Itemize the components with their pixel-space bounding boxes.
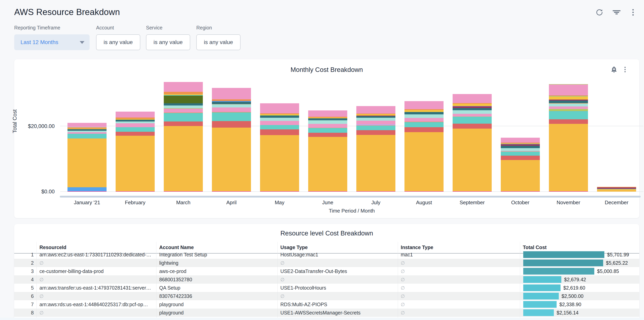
stacked-bar-march[interactable] [164, 82, 203, 192]
chart-segment-magenta[interactable] [549, 191, 588, 192]
region-filter[interactable]: is any value [196, 34, 240, 50]
chart-segment-pink[interactable] [212, 107, 251, 112]
chart-segment-pink[interactable] [116, 112, 155, 118]
chart-segment-red[interactable] [212, 121, 251, 128]
stacked-bar-december[interactable] [597, 187, 636, 192]
service-filter[interactable]: is any value [146, 34, 190, 50]
chart-segment-lightcyan[interactable] [549, 104, 588, 107]
filter-icon[interactable] [612, 8, 621, 17]
chart-segment-pink[interactable] [164, 109, 203, 113]
chart-segment-amber[interactable] [452, 129, 492, 191]
chart-segment-teal[interactable] [501, 152, 540, 156]
chart-segment-yellow[interactable] [404, 110, 444, 112]
chart-segment-amber[interactable] [356, 135, 396, 191]
chart-segment-slate[interactable] [308, 118, 347, 120]
chart-segment-amber[interactable] [68, 138, 106, 187]
chart-segment-orange[interactable] [116, 118, 155, 119]
chart-segment-pink[interactable] [549, 107, 588, 109]
chart-segment-slate[interactable] [452, 108, 492, 110]
chart-segment-red[interactable] [452, 124, 492, 129]
chart-segment-red[interactable] [308, 133, 347, 137]
chart-horizontal-scrollbar[interactable] [60, 196, 641, 198]
chart-segment-teal[interactable] [212, 112, 251, 121]
chart-segment-pink[interactable] [164, 82, 203, 92]
account-filter[interactable]: is any value [96, 34, 140, 50]
chart-segment-yellow[interactable] [452, 104, 492, 106]
stacked-bar-april[interactable] [212, 88, 251, 192]
chart-segment-lightcyan[interactable] [308, 120, 347, 124]
chart-segment-magenta[interactable] [212, 191, 251, 192]
chart-segment-amber[interactable] [308, 137, 347, 191]
chart-segment-red[interactable] [116, 132, 155, 136]
chart-segment-slate[interactable] [260, 116, 299, 118]
chart-segment-pink[interactable] [501, 138, 540, 143]
chart-segment-amber[interactable] [116, 136, 155, 191]
chart-segment-slate[interactable] [212, 102, 251, 104]
more-vert-icon[interactable] [628, 8, 637, 17]
bottom-scroll-strip[interactable] [0, 318, 644, 320]
refresh-icon[interactable] [595, 8, 604, 17]
chart-segment-yellow[interactable] [356, 114, 396, 116]
chart-segment-red[interactable] [164, 122, 203, 126]
alert-bell-add-icon[interactable] [610, 66, 618, 74]
chart-segment-lightcyan[interactable] [501, 148, 540, 151]
stacked-bar-september[interactable] [452, 94, 492, 192]
chart-segment-red[interactable] [501, 156, 540, 160]
chart-segment-teal[interactable] [549, 111, 588, 119]
stacked-bar-july[interactable] [356, 106, 396, 192]
chart-segment-amber[interactable] [404, 132, 444, 191]
chart-segment-pink[interactable] [308, 110, 347, 117]
chart-segment-pink[interactable] [68, 132, 106, 134]
chart-segment-slate[interactable] [164, 103, 203, 105]
chart-segment-lightcyan[interactable] [260, 118, 299, 121]
chart-segment-pink[interactable] [404, 101, 444, 109]
chart-segment-amber[interactable] [212, 128, 251, 191]
chart-segment-teal[interactable] [452, 117, 492, 124]
chart-segment-slate[interactable] [356, 116, 396, 118]
chart-segment-magenta[interactable] [116, 191, 155, 192]
chart-segment-red[interactable] [260, 129, 299, 135]
chart-segment-orange[interactable] [212, 99, 251, 101]
chart-segment-slate[interactable] [404, 112, 444, 114]
chart-segment-red[interactable] [356, 130, 396, 135]
chart-segment-lightcyan[interactable] [356, 118, 396, 121]
chart-segment-blue[interactable] [68, 187, 106, 191]
chart-segment-lightcyan[interactable] [68, 131, 106, 132]
stacked-bar-january-21[interactable] [68, 123, 106, 192]
chart-segment-pink[interactable] [356, 106, 396, 114]
chart-segment-pink[interactable] [452, 94, 492, 103]
chart-segment-magenta[interactable] [260, 191, 299, 192]
chart-segment-slate[interactable] [116, 120, 155, 122]
chart-segment-amber[interactable] [164, 126, 203, 191]
chart-segment-amber[interactable] [597, 189, 636, 192]
stacked-bar-may[interactable] [260, 103, 299, 192]
chart-segment-lightcyan[interactable] [164, 106, 203, 108]
chart-segment-magenta[interactable] [356, 191, 396, 192]
chart-segment-pink[interactable] [452, 114, 492, 116]
chart-segment-slate[interactable] [68, 129, 106, 131]
chart-segment-teal[interactable] [116, 127, 155, 132]
chart-segment-magenta[interactable] [164, 191, 203, 192]
chart-segment-lightgreen[interactable] [549, 109, 588, 111]
stacked-bar-november[interactable] [549, 84, 588, 192]
chart-segment-pink[interactable] [68, 123, 106, 127]
chart-segment-pink[interactable] [308, 124, 347, 128]
chart-segment-pink[interactable] [356, 121, 396, 124]
chart-segment-magenta[interactable] [308, 191, 347, 192]
chart-segment-teal[interactable] [164, 113, 203, 122]
chart-segment-slate[interactable] [549, 101, 588, 103]
chart-segment-maroon[interactable] [597, 187, 636, 189]
chart-segment-magenta[interactable] [404, 191, 444, 192]
chart-segment-yellow[interactable] [549, 96, 588, 99]
chart-segment-pink[interactable] [116, 123, 155, 127]
stacked-bar-february[interactable] [116, 112, 155, 192]
chart-segment-magenta[interactable] [452, 191, 492, 192]
chart-segment-pink[interactable] [260, 121, 299, 125]
chart-segment-pink[interactable] [212, 88, 251, 99]
chart-segment-lightcyan[interactable] [116, 122, 155, 123]
chart-segment-teal[interactable] [260, 125, 299, 129]
chart-segment-teal[interactable] [356, 126, 396, 130]
chart-segment-pink[interactable] [549, 85, 588, 95]
stacked-bar-october[interactable] [501, 138, 540, 192]
chart-segment-maroon[interactable] [452, 107, 492, 108]
